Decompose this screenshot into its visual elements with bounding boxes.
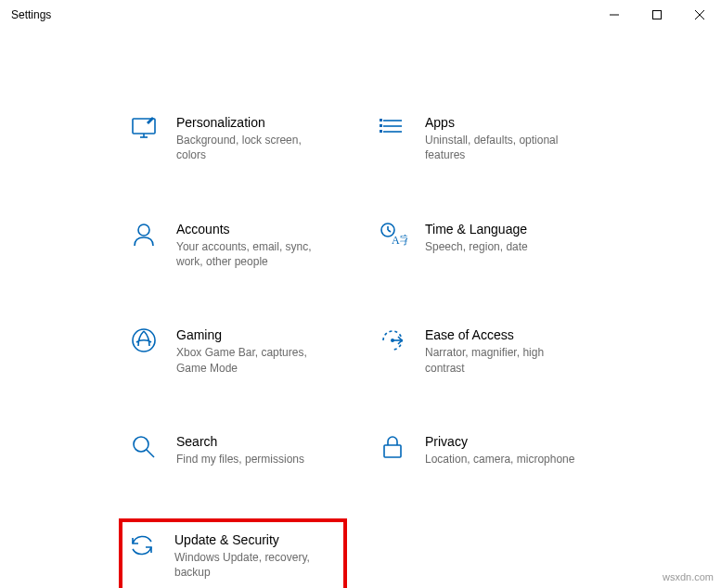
- category-personalization[interactable]: Personalization Background, lock screen,…: [128, 109, 377, 167]
- category-title: Privacy: [425, 433, 574, 450]
- accounts-icon: [128, 219, 160, 250]
- category-desc: Location, camera, microphone: [425, 452, 574, 467]
- category-title: Time & Language: [425, 221, 528, 237]
- category-privacy[interactable]: Privacy Location, camera, microphone: [377, 428, 625, 470]
- category-desc: Xbox Game Bar, captures, Game Mode: [176, 345, 334, 375]
- minimize-icon: [610, 10, 619, 19]
- svg-point-13: [138, 224, 149, 236]
- ease-of-access-icon: [377, 325, 408, 356]
- category-desc: Find my files, permissions: [176, 452, 304, 467]
- category-title: Personalization: [176, 114, 334, 131]
- close-button[interactable]: [678, 0, 721, 30]
- minimize-button[interactable]: [593, 0, 636, 30]
- category-ease-of-access[interactable]: Ease of Access Narrator, magnifier, high…: [377, 321, 625, 379]
- category-desc: Uninstall, defaults, optional features: [425, 133, 583, 162]
- category-gaming[interactable]: Gaming Xbox Game Bar, captures, Game Mod…: [128, 321, 377, 379]
- svg-point-21: [134, 437, 148, 452]
- time-language-icon: A字: [377, 219, 408, 250]
- privacy-icon: [377, 431, 408, 463]
- category-update-security[interactable]: Update & Security Windows Update, recove…: [119, 518, 347, 588]
- category-desc: Your accounts, email, sync, work, other …: [176, 239, 334, 269]
- svg-rect-23: [384, 445, 401, 457]
- svg-line-16: [388, 230, 391, 232]
- category-title: Update & Security: [174, 531, 323, 548]
- maximize-button[interactable]: [636, 0, 678, 30]
- category-desc: Windows Update, recovery, backup: [174, 550, 323, 580]
- category-title: Ease of Access: [425, 326, 583, 343]
- category-title: Accounts: [176, 221, 334, 237]
- category-time-language[interactable]: A字 Time & Language Speech, region, date: [377, 215, 625, 274]
- svg-rect-1: [653, 11, 662, 19]
- search-icon: [128, 431, 160, 463]
- gaming-icon: [128, 325, 160, 356]
- category-search[interactable]: Search Find my files, permissions: [128, 428, 377, 470]
- window-title: Settings: [11, 8, 51, 21]
- watermark: wsxdn.com: [663, 571, 714, 582]
- svg-rect-12: [380, 130, 382, 133]
- update-security-icon: [126, 530, 158, 561]
- close-icon: [695, 10, 704, 19]
- category-desc: Narrator, magnifier, high contrast: [425, 345, 583, 375]
- settings-content: Personalization Background, lock screen,…: [0, 30, 721, 588]
- category-grid: Personalization Background, lock screen,…: [128, 109, 721, 588]
- apps-icon: [377, 112, 408, 144]
- category-title: Gaming: [176, 326, 334, 343]
- svg-line-22: [147, 450, 154, 457]
- category-apps[interactable]: Apps Uninstall, defaults, optional featu…: [377, 109, 625, 167]
- personalization-icon: [128, 112, 160, 144]
- category-desc: Speech, region, date: [425, 239, 528, 254]
- category-title: Apps: [425, 114, 583, 131]
- category-title: Search: [176, 433, 304, 450]
- window-controls: [593, 0, 721, 30]
- titlebar: Settings: [0, 0, 721, 30]
- svg-text:A字: A字: [392, 234, 407, 247]
- svg-rect-11: [380, 124, 382, 127]
- category-accounts[interactable]: Accounts Your accounts, email, sync, wor…: [128, 215, 377, 274]
- svg-rect-10: [380, 119, 382, 121]
- category-desc: Background, lock screen, colors: [176, 133, 334, 162]
- maximize-icon: [652, 10, 662, 19]
